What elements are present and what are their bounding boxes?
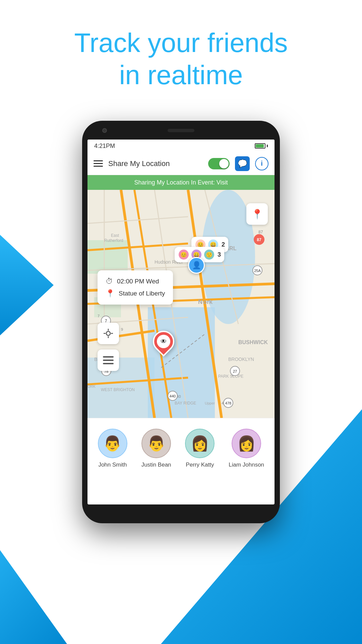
toggle-knob: [219, 159, 229, 168]
sharing-banner: Sharing My Location In Event: Visit: [87, 175, 275, 190]
drop-pin-button[interactable]: 📍: [246, 203, 268, 225]
svg-point-63: [106, 331, 110, 335]
svg-text:440: 440: [170, 394, 176, 398]
headline-line2: in realtime: [0, 59, 362, 91]
cluster-count-3: 3: [218, 251, 221, 258]
svg-text:BAY RIDGE: BAY RIDGE: [175, 401, 196, 406]
status-bar: 4:21PM: [87, 140, 275, 152]
headline: Track your friends in realtime: [0, 27, 362, 91]
battery-icon: [255, 143, 268, 149]
sharing-banner-text: Sharing My Location In Event: Visit: [134, 179, 228, 186]
battery-tip: [267, 145, 268, 147]
svg-text:478: 478: [225, 401, 231, 405]
friend-item-john[interactable]: 👨 John Smith: [98, 429, 127, 468]
svg-text:WEST BRIGHTON: WEST BRIGHTON: [101, 387, 135, 392]
map-time-row: ⏱ 02:00 PM Wed: [106, 277, 165, 286]
friend-name-john: John Smith: [98, 462, 127, 468]
list-icon: [103, 356, 114, 365]
svg-text:ork: ork: [203, 299, 213, 305]
phone-device: 4:21PM Share My Location: [82, 121, 280, 584]
friend-item-perry[interactable]: 👩 Perry Katty: [185, 429, 215, 468]
svg-text:25A: 25A: [254, 269, 261, 273]
user-marker-circle: 👤: [188, 257, 205, 274]
phone-body: 4:21PM Share My Location: [82, 121, 280, 523]
hamburger-menu-icon[interactable]: [94, 160, 103, 167]
svg-text:N: N: [198, 299, 202, 305]
svg-text:Upper: Upper: [205, 401, 215, 405]
map-time-text: 02:00 PM Wed: [117, 278, 159, 285]
friend-name-perry: Perry Katty: [186, 462, 214, 468]
phone-camera: [102, 128, 107, 133]
locate-me-button[interactable]: [98, 323, 119, 344]
map-location-text: Statue of Liberty: [119, 290, 165, 297]
friends-bar: 👨 John Smith 👨 Justin Bean 👩 Per: [87, 418, 275, 478]
pin-circle: 👁: [148, 326, 179, 357]
phone-speaker: [168, 129, 194, 132]
user-marker[interactable]: 👤: [188, 257, 205, 274]
svg-text:BROOKLYN: BROOKLYN: [228, 357, 254, 362]
friend-name-liam: Liam Johnson: [229, 462, 264, 468]
svg-text:Rutherford: Rutherford: [104, 238, 123, 243]
status-time: 4:21PM: [94, 143, 115, 150]
app-bar-title: Share My Location: [108, 159, 203, 168]
svg-text:ORK: ORK: [87, 384, 96, 388]
friend-avatar-justin: 👨: [141, 429, 171, 458]
svg-text:7: 7: [98, 314, 100, 318]
pin-inner: 👁: [157, 335, 170, 348]
battery-body: [255, 143, 265, 149]
svg-text:27: 27: [233, 369, 237, 373]
svg-text:87: 87: [258, 230, 263, 234]
svg-text:East: East: [111, 233, 119, 238]
map-info-card: ⏱ 02:00 PM Wed 📍 Statue of Liberty: [98, 270, 173, 305]
clock-icon: ⏱: [106, 277, 113, 286]
battery-fill: [256, 144, 264, 148]
svg-rect-68: [103, 356, 114, 358]
pin-outer: 👁: [153, 331, 174, 358]
cluster-avatar-5: 🙂: [203, 249, 215, 260]
svg-text:PARK SLOPE: PARK SLOPE: [218, 374, 243, 379]
svg-rect-70: [103, 363, 114, 364]
friend-item-liam[interactable]: 👩 Liam Johnson: [229, 429, 264, 468]
friend-avatar-john: 👨: [98, 429, 127, 458]
friend-avatar-perry: 👩: [185, 429, 215, 458]
info-icon[interactable]: i: [255, 157, 268, 170]
map-location-row: 📍 Statue of Liberty: [106, 289, 165, 298]
app-bar: Share My Location i: [87, 152, 275, 175]
share-location-toggle[interactable]: [208, 158, 230, 169]
drop-pin-icon: 📍: [251, 209, 263, 220]
cluster-avatar-3: 😊: [178, 249, 189, 260]
map-area[interactable]: 17 95 7 9 478 440 27 25A 87 Hudson River…: [87, 190, 275, 418]
svg-text:9: 9: [121, 327, 123, 331]
my-location-pin[interactable]: 👁: [153, 331, 174, 358]
pin-eye-icon: 👁: [161, 338, 167, 345]
friend-item-justin[interactable]: 👨 Justin Bean: [141, 429, 171, 468]
list-view-button[interactable]: [98, 350, 119, 371]
chat-icon[interactable]: [235, 156, 250, 171]
phone-screen: 4:21PM Share My Location: [87, 140, 275, 504]
location-pin-icon: 📍: [106, 289, 115, 298]
svg-text:87: 87: [257, 237, 261, 242]
friend-name-justin: Justin Bean: [141, 462, 171, 468]
headline-line1: Track your friends: [0, 27, 362, 59]
locate-icon: [103, 328, 114, 339]
svg-text:BUSHWICK: BUSHWICK: [238, 339, 268, 345]
friend-avatar-liam: 👩: [232, 429, 261, 458]
svg-rect-69: [103, 360, 114, 361]
